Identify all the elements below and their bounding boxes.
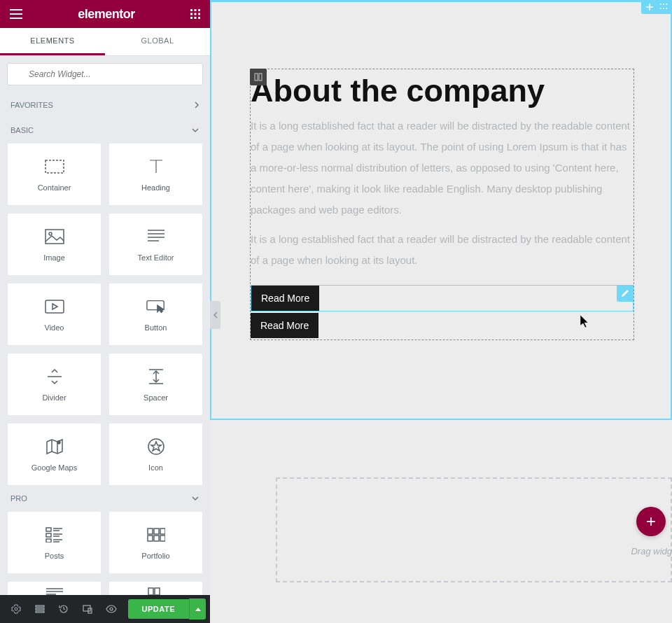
widget-label: Text Editor — [138, 253, 174, 262]
canvas-column[interactable]: About the company It is a long establish… — [250, 69, 634, 340]
widget-button[interactable]: Button — [108, 283, 203, 346]
widget-label: Divider — [42, 393, 66, 402]
history-icon[interactable] — [52, 597, 76, 621]
svg-marker-22 — [52, 304, 57, 309]
drag-hint-label: Drag widg — [631, 546, 672, 556]
icon-icon — [146, 437, 166, 456]
widget-google-maps[interactable]: Google Maps — [7, 423, 102, 486]
svg-marker-59 — [195, 608, 201, 611]
svg-rect-46 — [154, 536, 159, 541]
svg-rect-0 — [10, 9, 22, 10]
svg-rect-42 — [148, 528, 153, 534]
cursor-icon — [580, 315, 590, 328]
button-icon — [146, 297, 166, 316]
chevron-right-icon — [194, 101, 200, 109]
edit-widget-icon[interactable] — [617, 285, 634, 302]
panel-collapse-handle[interactable] — [210, 301, 220, 329]
search-input[interactable] — [7, 63, 203, 85]
widget-portfolio[interactable]: Portfolio — [108, 511, 203, 574]
text-editor-icon — [146, 227, 166, 246]
svg-point-58 — [110, 608, 113, 610]
widget-text-editor[interactable]: Text Editor — [108, 213, 203, 276]
svg-rect-33 — [46, 528, 51, 531]
svg-rect-69 — [259, 74, 262, 80]
tab-elements[interactable]: ELEMENTS — [0, 28, 105, 55]
widget-label: Heading — [141, 183, 170, 192]
sidebar-header: elementor — [0, 0, 210, 28]
svg-rect-36 — [46, 533, 51, 537]
widget-label: Portfolio — [141, 552, 169, 560]
widget-label: Video — [45, 323, 64, 332]
widget-video[interactable]: Video — [7, 283, 102, 346]
apps-grid-icon[interactable] — [190, 9, 200, 19]
add-section-fab[interactable]: + — [636, 507, 666, 536]
video-icon — [45, 297, 64, 316]
svg-rect-6 — [190, 13, 192, 15]
bottom-bar: UPDATE — [0, 595, 210, 623]
svg-rect-44 — [160, 528, 165, 534]
widget-icon[interactable]: Icon — [108, 423, 203, 486]
widget-divider[interactable]: Divider — [7, 353, 102, 416]
widget-posts[interactable]: Posts — [7, 511, 102, 574]
button-element[interactable]: Read More — [251, 286, 319, 311]
widget-spacer[interactable]: Spacer — [108, 353, 203, 416]
widget-heading[interactable]: Heading — [108, 143, 203, 206]
widget-label: Spacer — [144, 393, 168, 402]
responsive-icon[interactable] — [76, 597, 99, 621]
svg-rect-55 — [36, 611, 44, 612]
chevron-down-icon — [191, 127, 200, 133]
text-widget[interactable]: It is a long established fact that a rea… — [251, 229, 634, 279]
section-basic[interactable]: BASIC — [0, 118, 210, 143]
sidebar: elementor ELEMENTS GLOBAL FAVORITES BASI… — [0, 0, 210, 623]
spacer-icon — [146, 367, 166, 386]
svg-rect-10 — [195, 17, 197, 19]
svg-point-30 — [57, 441, 60, 444]
editor-canvas[interactable]: About the company It is a long establish… — [210, 0, 672, 623]
widget-label: Icon — [148, 463, 163, 472]
settings-icon[interactable] — [4, 597, 28, 621]
heading-widget[interactable]: About the company — [251, 69, 634, 115]
widget-label: Container — [38, 183, 71, 192]
svg-rect-39 — [46, 539, 51, 542]
preview-icon[interactable] — [99, 597, 123, 621]
selected-button-widget[interactable]: Read More Read More — [251, 285, 634, 312]
search-wrap — [0, 56, 210, 92]
svg-rect-5 — [198, 9, 200, 11]
section-favorites[interactable]: FAVORITES — [0, 92, 210, 118]
chevron-down-icon — [191, 496, 200, 501]
svg-rect-9 — [190, 17, 192, 19]
svg-rect-52 — [155, 588, 160, 595]
menu-icon[interactable] — [10, 9, 22, 19]
posts-icon — [45, 525, 64, 545]
button-element-drag[interactable]: Read More — [251, 313, 318, 338]
container-icon — [45, 157, 64, 176]
svg-rect-11 — [198, 17, 200, 19]
basic-widgets-grid: Container Heading Image Text Editor Vide… — [0, 143, 210, 486]
svg-rect-45 — [148, 536, 153, 541]
empty-section-dropzone[interactable] — [276, 477, 672, 582]
column-handle-icon[interactable] — [250, 69, 267, 85]
svg-rect-54 — [36, 608, 44, 610]
section-pro[interactable]: PRO — [0, 486, 210, 511]
svg-rect-43 — [154, 528, 159, 534]
svg-rect-2 — [10, 18, 22, 19]
canvas-section[interactable]: About the company It is a long establish… — [210, 0, 672, 420]
tab-global[interactable]: GLOBAL — [105, 28, 210, 55]
navigator-icon[interactable] — [28, 597, 52, 621]
svg-rect-15 — [46, 230, 64, 244]
logo: elementor — [78, 7, 135, 22]
divider-icon — [45, 367, 64, 386]
text-widget[interactable]: It is a long established fact that a rea… — [251, 115, 634, 229]
image-icon — [45, 227, 64, 246]
widget-label: Posts — [45, 552, 64, 560]
svg-rect-1 — [10, 13, 22, 15]
widget-label: Image — [43, 253, 65, 262]
heading-icon — [146, 157, 166, 176]
widget-image[interactable]: Image — [7, 213, 102, 276]
widget-container[interactable]: Container — [7, 143, 102, 206]
section-basic-label: BASIC — [10, 126, 34, 134]
widget-label: Button — [145, 323, 167, 332]
update-options-dropdown[interactable] — [189, 598, 206, 620]
update-button[interactable]: UPDATE — [128, 599, 189, 619]
svg-rect-51 — [148, 588, 153, 595]
